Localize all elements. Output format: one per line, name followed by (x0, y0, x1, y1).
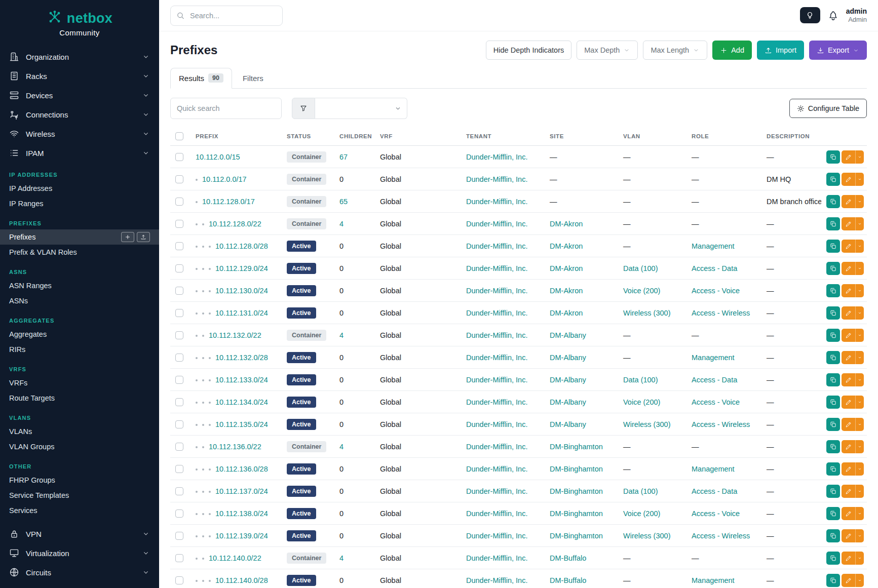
edit-dropdown-button[interactable] (855, 150, 864, 164)
row-checkbox[interactable] (175, 354, 183, 362)
sidebar-item-ip-ranges[interactable]: IP Ranges (0, 196, 159, 211)
prefix-link[interactable]: 10.112.130.0/24 (215, 287, 268, 295)
column-header-prefix[interactable]: PREFIX (190, 127, 282, 146)
row-checkbox[interactable] (175, 287, 183, 295)
site-link[interactable]: DM-Akron (550, 309, 583, 317)
site-link[interactable]: DM-Albany (550, 420, 586, 428)
children-link[interactable]: 65 (339, 198, 348, 206)
brand[interactable]: netbox Community (0, 0, 159, 42)
site-link[interactable]: DM-Albany (550, 376, 586, 384)
row-checkbox[interactable] (175, 376, 183, 384)
role-link[interactable]: Management (692, 354, 735, 362)
role-link[interactable]: Access - Voice (692, 398, 740, 406)
vlan-link[interactable]: Data (100) (623, 264, 658, 272)
vlan-link[interactable]: Data (100) (623, 487, 658, 495)
tenant-link[interactable]: Dunder-Mifflin, Inc. (466, 264, 527, 272)
sidebar-item-racks[interactable]: Racks (0, 66, 159, 86)
copy-button[interactable] (826, 351, 840, 364)
column-header-tenant[interactable]: TENANT (461, 127, 545, 146)
vlan-link[interactable]: Wireless (300) (623, 532, 670, 540)
role-link[interactable]: Access - Wireless (692, 420, 750, 428)
prefix-link[interactable]: 10.112.129.0/24 (215, 264, 268, 272)
tenant-link[interactable]: Dunder-Mifflin, Inc. (466, 309, 527, 317)
tenant-link[interactable]: Dunder-Mifflin, Inc. (466, 487, 527, 495)
row-checkbox[interactable] (175, 532, 183, 540)
configure-table-button[interactable]: Configure Table (789, 99, 867, 118)
edit-dropdown-button[interactable] (855, 396, 864, 409)
max-depth-dropdown[interactable]: Max Depth (577, 41, 638, 60)
select-all-checkbox[interactable] (175, 132, 183, 140)
column-header-vlan[interactable]: VLAN (618, 127, 686, 146)
edit-dropdown-button[interactable] (855, 195, 864, 208)
sidebar-item-services[interactable]: Services (0, 503, 159, 518)
tenant-link[interactable]: Dunder-Mifflin, Inc. (466, 376, 527, 384)
tenant-link[interactable]: Dunder-Mifflin, Inc. (466, 554, 527, 562)
copy-button[interactable] (826, 173, 840, 186)
tenant-link[interactable]: Dunder-Mifflin, Inc. (466, 576, 527, 584)
sidebar-item-ipam[interactable]: IPAM (0, 143, 159, 163)
column-header-description[interactable]: DESCRIPTION (761, 127, 821, 146)
children-link[interactable]: 4 (339, 554, 343, 562)
edit-button[interactable] (842, 217, 855, 230)
tenant-link[interactable]: Dunder-Mifflin, Inc. (466, 198, 527, 206)
edit-dropdown-button[interactable] (855, 574, 864, 587)
vlan-link[interactable]: Voice (200) (623, 287, 660, 295)
quick-add-button[interactable] (121, 232, 134, 242)
filter-button[interactable] (292, 98, 315, 119)
edit-dropdown-button[interactable] (855, 217, 864, 230)
tenant-link[interactable]: Dunder-Mifflin, Inc. (466, 175, 527, 183)
row-checkbox[interactable] (175, 331, 183, 339)
sidebar-item-route-targets[interactable]: Route Targets (0, 390, 159, 406)
role-link[interactable]: Access - Voice (692, 287, 740, 295)
edit-button[interactable] (842, 507, 855, 520)
sidebar-item-rirs[interactable]: RIRs (0, 342, 159, 357)
copy-button[interactable] (826, 485, 840, 498)
children-link[interactable]: 4 (339, 220, 343, 228)
sidebar-item-vlans[interactable]: VLANs (0, 424, 159, 439)
site-link[interactable]: DM-Binghamton (550, 443, 603, 451)
prefix-link[interactable]: 10.112.140.0/22 (209, 554, 261, 562)
tenant-link[interactable]: Dunder-Mifflin, Inc. (466, 242, 527, 250)
row-checkbox[interactable] (175, 487, 183, 495)
prefix-link[interactable]: 10.112.133.0/24 (215, 376, 268, 384)
sidebar-item-organization[interactable]: Organization (0, 47, 159, 66)
tenant-link[interactable]: Dunder-Mifflin, Inc. (466, 465, 527, 473)
vlan-link[interactable]: Data (100) (623, 376, 658, 384)
prefix-link[interactable]: 10.112.140.0/28 (215, 576, 268, 584)
edit-button[interactable] (842, 485, 855, 498)
site-link[interactable]: DM-Binghamton (550, 487, 603, 495)
edit-dropdown-button[interactable] (855, 173, 864, 186)
column-header-site[interactable]: SITE (545, 127, 618, 146)
role-link[interactable]: Access - Data (692, 264, 737, 272)
children-link[interactable]: 4 (339, 331, 343, 339)
role-link[interactable]: Access - Voice (692, 509, 740, 518)
sidebar-item-circuits[interactable]: Circuits (0, 563, 159, 582)
import-button[interactable]: Import (757, 41, 804, 60)
sidebar-item-vrfs[interactable]: VRFs (0, 375, 159, 390)
edit-dropdown-button[interactable] (855, 440, 864, 453)
edit-dropdown-button[interactable] (855, 462, 864, 476)
site-link[interactable]: DM-Albany (550, 331, 586, 339)
copy-button[interactable] (826, 529, 840, 542)
edit-button[interactable] (842, 150, 855, 164)
tenant-link[interactable]: Dunder-Mifflin, Inc. (466, 443, 527, 451)
edit-dropdown-button[interactable] (855, 240, 864, 253)
role-link[interactable]: Access - Data (692, 376, 737, 384)
site-link[interactable]: DM-Akron (550, 220, 583, 228)
edit-dropdown-button[interactable] (855, 485, 864, 498)
vlan-link[interactable]: Wireless (300) (623, 309, 670, 317)
row-checkbox[interactable] (175, 198, 183, 206)
sidebar-item-connections[interactable]: Connections (0, 105, 159, 124)
prefix-link[interactable]: 10.112.132.0/22 (209, 331, 261, 339)
quick-search-input[interactable] (170, 98, 282, 119)
prefix-link[interactable]: 10.112.136.0/28 (215, 465, 268, 473)
site-link[interactable]: DM-Buffalo (550, 576, 586, 584)
edit-button[interactable] (842, 240, 855, 253)
prefix-link[interactable]: 10.112.138.0/24 (215, 509, 268, 518)
tenant-link[interactable]: Dunder-Mifflin, Inc. (466, 398, 527, 406)
prefix-link[interactable]: 10.112.135.0/24 (215, 420, 268, 428)
edit-button[interactable] (842, 574, 855, 587)
edit-button[interactable] (842, 396, 855, 409)
sidebar-item-aggregates[interactable]: Aggregates (0, 327, 159, 342)
prefix-link[interactable]: 10.112.0.0/17 (202, 175, 247, 183)
